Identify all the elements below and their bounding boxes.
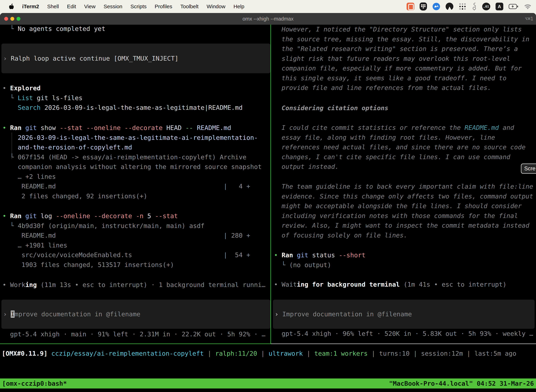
wifi-icon[interactable] [524, 3, 532, 10]
menu-item-help[interactable]: Help [234, 4, 244, 9]
no-agents-line: └ No agents completed yet [0, 24, 273, 34]
working-status-line: • Working (11m 13s • esc to interrupt) ·… [0, 280, 273, 290]
menu-item-session[interactable]: Session [104, 4, 122, 9]
battery-icon[interactable] [509, 4, 518, 9]
menu-status-icons: ..61 A [407, 2, 532, 11]
screen-tooltip-text: Scre [524, 165, 536, 172]
right-prompt-placeholder: › Improve documentation in @filename [275, 309, 412, 319]
chat-app-icon[interactable] [407, 3, 414, 10]
omx-status-bar: [OMX#0.11.9] cczip/essay/ai-reimplementa… [0, 349, 536, 359]
menu-item-iterm2[interactable]: iTerm2 [22, 4, 39, 9]
pane-divider[interactable] [270, 25, 271, 344]
window-title-bar: omx --xhigh --madmax ⌥⌘1 [0, 13, 536, 25]
explored-block: • Explored └ List git ls-files Search 20… [0, 83, 273, 112]
right-model-status-line: gpt-5.4 xhigh · 96% left · 520K in · 5.8… [272, 329, 536, 339]
menu-bar: iTerm2 Shell Edit View Session Scripts P… [0, 0, 536, 13]
tmux-host-clock: "MacBook-Pro-44.local" 04:52 31-Mar-26 [389, 380, 534, 387]
messenger-icon[interactable] [432, 2, 440, 10]
waiting-status-line: • Waiting for background terminal (1m 41… [272, 280, 536, 289]
git-log-command-block: • Ran git log --oneline --decorate -n 5 … [0, 211, 273, 270]
screen-tooltip: Scre [521, 163, 536, 174]
menu-item-scripts[interactable]: Scripts [130, 4, 147, 9]
ralph-loop-banner: › Ralph loop active continue [OMX_TMUX_I… [1, 44, 270, 73]
dots-grid-icon[interactable] [459, 3, 466, 10]
tmux-session-label: [omx-cczip0:bash* [2, 380, 67, 387]
right-prompt-input[interactable]: › Improve documentation in @filename [273, 300, 535, 329]
left-pane-border [0, 344, 271, 344]
thinking-paragraph-1: However, I noticed the "Directory Struct… [272, 24, 536, 93]
a-square-icon[interactable]: A [496, 3, 503, 10]
menu-item-view[interactable]: View [84, 4, 96, 9]
window-title: omx --xhigh --madmax [0, 13, 536, 25]
thinking-paragraph-3: The team guideline is to back every impo… [272, 182, 536, 240]
apple-logo-icon[interactable] [9, 3, 14, 10]
menu-item-shell[interactable]: Shell [47, 4, 59, 9]
git-status-command-block: • Ran git status --short └ (no output) [272, 250, 536, 270]
menu-item-profiles[interactable]: Profiles [155, 4, 172, 9]
count-badge-icon[interactable]: ..61 [482, 3, 490, 10]
iterm-window: omx --xhigh --madmax ⌥⌘1 └ No agents com… [0, 13, 536, 392]
kagi-icon[interactable] [446, 3, 453, 10]
thinking-heading: Considering citation options [272, 103, 536, 113]
left-prompt-placeholder: › Improve documentation in @filename [3, 309, 140, 319]
left-prompt-input[interactable]: › Improve documentation in @filename [1, 300, 270, 329]
thinking-paragraph-2: I could cite commit statistics or refere… [272, 123, 536, 172]
left-model-status-line: gpt-5.4 xhigh · main · 91% left · 2.31M … [0, 329, 273, 339]
menu-item-toolbelt[interactable]: Toolbelt [180, 4, 199, 9]
menu-item-edit[interactable]: Edit [67, 4, 76, 9]
tmux-status-bar: [omx-cczip0:bash* "MacBook-Pro-44.local"… [0, 378, 536, 388]
menu-item-window[interactable]: Window [207, 4, 225, 9]
git-show-command-block: • Ran git show --stat --oneline --decora… [0, 123, 273, 201]
right-pane-border [271, 344, 536, 344]
shield-grid-icon[interactable] [420, 2, 427, 10]
ralph-loop-text: › Ralph loop active continue [OMX_TMUX_I… [3, 54, 178, 63]
hook-icon[interactable] [472, 2, 477, 11]
window-shortcut-hint: ⌥⌘1 [525, 13, 533, 25]
